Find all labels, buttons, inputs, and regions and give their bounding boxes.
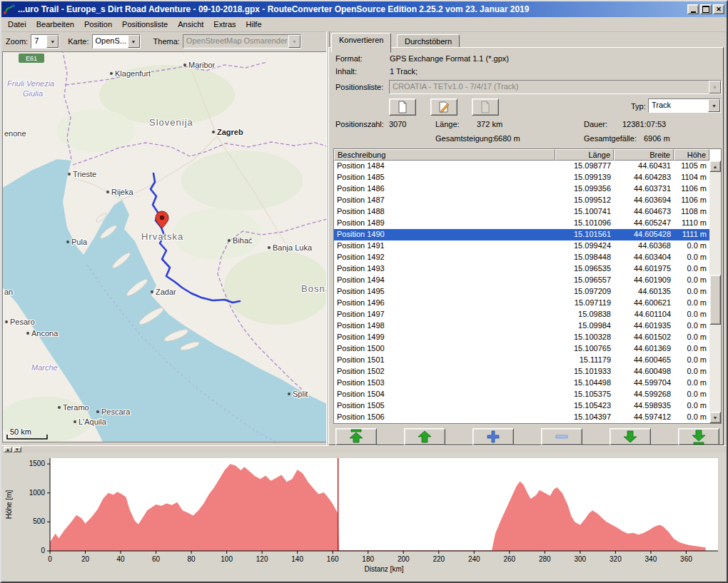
- thema-label: Thema:: [153, 37, 180, 46]
- table-row[interactable]: Position 149915.10032844.6015020.0 m: [334, 332, 709, 343]
- move-to-bottom-button[interactable]: [678, 428, 719, 445]
- tab-konvertieren[interactable]: Konvertieren: [331, 33, 391, 53]
- x-tick-label: 200: [398, 555, 410, 563]
- table-row[interactable]: Position 148915.10109644.6052471110 m: [334, 218, 709, 229]
- map-toolbar: Zoom: 7 ▼ Karte: OpenS... ▼ Thema: OpenS…: [1, 31, 331, 51]
- minimize-button[interactable]: [687, 4, 699, 14]
- table-row[interactable]: Position 150115.1117944.6004650.0 m: [334, 355, 709, 366]
- table-row[interactable]: Position 149215.09844844.6034040.0 m: [334, 252, 709, 263]
- position-description: Position 1502: [334, 366, 555, 377]
- column-header-höhe[interactable]: Höhe: [674, 149, 709, 161]
- column-header-länge[interactable]: Länge: [555, 149, 614, 161]
- edit-positionlist-button[interactable]: [430, 98, 457, 116]
- position-description: Position 1489: [334, 218, 555, 229]
- move-up-button[interactable]: [404, 428, 445, 445]
- menu-hilfe[interactable]: Hilfe: [241, 18, 267, 31]
- zoom-value: 7: [31, 35, 46, 48]
- table-row[interactable]: Position 150615.10439744.5974120.0 m: [334, 412, 709, 423]
- map-label: Split: [293, 390, 308, 398]
- latitude-value: 44.60368: [614, 240, 674, 252]
- table-scrollbar[interactable]: ▲ ▼: [709, 161, 721, 423]
- position-description: Position 1496: [334, 298, 555, 309]
- table-row[interactable]: Position 149315.09653544.6019750.0 m: [334, 263, 709, 275]
- longitude-value: 15.097119: [555, 298, 614, 309]
- add-position-button[interactable]: [472, 428, 514, 445]
- table-row[interactable]: Position 150515.10542344.5989350.0 m: [334, 400, 709, 412]
- remove-position-button[interactable]: [541, 428, 582, 445]
- table-row[interactable]: Position 150315.10449844.5997040.0 m: [334, 377, 709, 389]
- elevation-chart-panel: 0204060801001201401601802002202402602803…: [1, 452, 727, 582]
- table-row[interactable]: Position 149015.10156144.6054281111 m: [334, 229, 709, 240]
- move-up-icon: [415, 429, 434, 445]
- elevation-value: 0.0 m: [674, 298, 709, 309]
- table-row[interactable]: Position 149415.09655744.6019090.0 m: [334, 275, 709, 286]
- move-to-top-button[interactable]: [335, 428, 377, 445]
- karte-select[interactable]: OpenS... ▼: [92, 34, 141, 49]
- y-tick-label: 1000: [29, 489, 46, 497]
- x-tick-label: 80: [188, 555, 196, 563]
- longitude-value: 15.100765: [555, 343, 614, 355]
- column-header-breite[interactable]: Breite: [614, 149, 674, 161]
- scroll-up-button[interactable]: ▲: [709, 161, 721, 172]
- map-label: Pescara: [101, 407, 131, 416]
- splitter-collapse-up-button[interactable]: ▲: [4, 447, 12, 452]
- menu-ansicht[interactable]: Ansicht: [173, 18, 208, 31]
- menu-extras[interactable]: Extras: [208, 18, 241, 31]
- position-description: Position 1499: [334, 332, 555, 343]
- table-row[interactable]: Position 148415.09877744.604311105 m: [334, 161, 709, 172]
- karte-label: Karte:: [68, 37, 89, 46]
- zoom-select[interactable]: 7 ▼: [31, 34, 59, 49]
- table-row[interactable]: Position 149515.09720944.601350.0 m: [334, 286, 709, 298]
- elevation-value: 0.0 m: [674, 286, 709, 298]
- menu-positionsliste[interactable]: Positionsliste: [117, 18, 173, 31]
- x-tick-label: 320: [610, 555, 622, 563]
- position-description: Position 1488: [334, 206, 555, 218]
- format-value: GPS Exchange Format 1.1 (*.gpx): [390, 54, 509, 63]
- position-description: Position 1487: [334, 195, 555, 206]
- maximize-button[interactable]: [700, 4, 712, 14]
- new-positionlist-button[interactable]: [389, 98, 416, 116]
- map-canvas[interactable]: KlagenfurtMariborSlovenijaZagrebTriesteF…: [3, 52, 327, 442]
- latitude-value: 44.601502: [614, 332, 674, 343]
- table-row[interactable]: Position 150415.10537544.5992680.0 m: [334, 389, 709, 400]
- x-tick-label: 240: [468, 555, 480, 563]
- longitude-value: 15.100741: [555, 206, 614, 218]
- scroll-down-button[interactable]: ▼: [709, 412, 721, 423]
- table-row[interactable]: Position 150015.10076544.6013690.0 m: [334, 343, 709, 355]
- map-label: Banja Luka: [273, 243, 313, 252]
- splitter-collapse-down-button[interactable]: ▼: [13, 447, 21, 452]
- positionszahl-value: 3070: [389, 120, 406, 128]
- table-row[interactable]: Position 149715.0983844.6011040.0 m: [334, 309, 709, 320]
- map-label: Klagenfurt: [115, 69, 151, 78]
- position-description: Position 1495: [334, 286, 555, 298]
- menu-position[interactable]: Position: [79, 18, 117, 31]
- table-row[interactable]: Position 148515.09913944.6042831104 m: [334, 172, 709, 183]
- move-down-button[interactable]: [610, 428, 651, 445]
- elevation-value: 0.0 m: [674, 332, 709, 343]
- scrollbar-thumb[interactable]: [709, 275, 721, 325]
- title-bar[interactable]: ...uro Trail - Europe_s Dirt Road Advent…: [1, 1, 727, 17]
- position-description: Position 1500: [334, 343, 555, 355]
- menu-bearbeiten[interactable]: Bearbeiten: [31, 18, 79, 31]
- latitude-value: 44.603731: [614, 183, 674, 195]
- table-row[interactable]: Position 150215.10193344.6004980.0 m: [334, 366, 709, 377]
- typ-label: Typ:: [631, 102, 646, 111]
- typ-select[interactable]: Track ▼: [648, 98, 721, 113]
- elevation-value: 0.0 m: [674, 275, 709, 286]
- laenge-value: 372 km: [477, 120, 502, 128]
- menu-datei[interactable]: Datei: [3, 18, 31, 31]
- table-row[interactable]: Position 149815.0998444.6019350.0 m: [334, 320, 709, 332]
- table-row[interactable]: Position 148715.09951244.6036941106 m: [334, 195, 709, 206]
- map-view[interactable]: KlagenfurtMariborSlovenijaZagrebTriesteF…: [2, 51, 328, 442]
- table-row[interactable]: Position 148615.09935644.6037311106 m: [334, 183, 709, 195]
- close-button[interactable]: ✕: [713, 4, 724, 14]
- table-row[interactable]: Position 149115.09942444.603680.0 m: [334, 240, 709, 252]
- positions-table: BeschreibungLängeBreiteHöhe Position 148…: [333, 148, 722, 424]
- table-row[interactable]: Position 148815.10074144.6046731108 m: [334, 206, 709, 218]
- map-label: Maribor: [188, 61, 216, 69]
- latitude-value: 44.599704: [614, 377, 674, 389]
- table-row[interactable]: Position 149615.09711944.6006210.0 m: [334, 298, 709, 309]
- column-header-beschreibung[interactable]: Beschreibung: [334, 149, 555, 161]
- arrow-down-icon: ▼: [713, 415, 718, 420]
- chevron-down-icon: ▼: [128, 35, 140, 48]
